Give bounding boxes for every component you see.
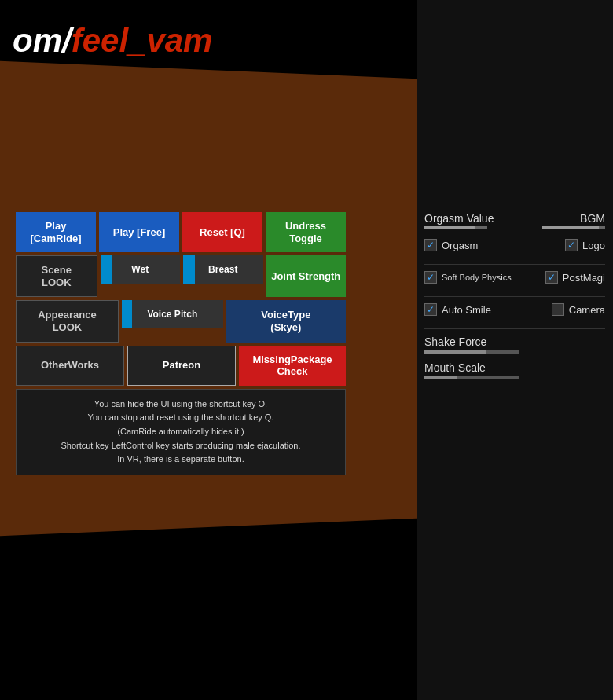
mouth-scale-slider[interactable] [424, 376, 519, 379]
auto-smile-checkbox[interactable] [424, 303, 437, 316]
breast-slider-fill [183, 255, 195, 284]
button-row-1: Play [CamRide] Play [Free] Reset [Q] Und… [16, 212, 346, 252]
scene-look-button[interactable]: Scene LOOK [16, 255, 97, 297]
post-magi-checkbox-row: PostMagi [545, 271, 605, 284]
wet-slider-fill [101, 255, 112, 284]
title-area: om/feel_vam [0, 16, 225, 66]
autosmile-camera-row: Auto Smile Camera [424, 303, 605, 321]
voice-pitch-slider-container[interactable]: Voice Pitch [122, 300, 223, 328]
divider-3 [424, 328, 605, 329]
mouth-scale-section: Mouth Scale [424, 361, 605, 379]
auto-smile-label: Auto Smile [442, 304, 491, 316]
wet-label: Wet [131, 264, 149, 275]
divider-2 [424, 296, 605, 297]
info-line-2: You can stop and reset using the shortcu… [24, 411, 337, 425]
voice-type-button[interactable]: VoiceType (Skye) [226, 300, 346, 342]
bgm-slider-fill [542, 226, 599, 229]
soft-body-checkbox[interactable] [424, 271, 437, 284]
orgasm-value-slider-fill [424, 226, 475, 229]
bgm-slider[interactable] [542, 226, 605, 229]
logo-checkbox-label: Logo [582, 240, 605, 251]
bgm-section: BGM [542, 212, 605, 229]
breast-slider-container[interactable]: Breast [183, 255, 263, 284]
camera-label: Camera [569, 304, 605, 316]
info-box: You can hide the UI using the shortcut k… [16, 389, 346, 475]
info-line-3: (CamRide automatically hides it.) [24, 425, 337, 439]
wet-slider-container[interactable]: Wet [101, 255, 181, 284]
play-free-button[interactable]: Play [Free] [99, 212, 179, 252]
right-panel-content: Orgasm Value BGM Orgasm Logo Soft Body P… [424, 212, 605, 387]
orgasm-checkbox-label: Orgasm [442, 240, 478, 251]
button-row-2: Scene LOOK Wet Breast Joint Strength [16, 255, 346, 297]
info-line-5: In VR, there is a separate button. [24, 453, 337, 467]
softbody-postmagi-row: Soft Body Physics PostMagi [424, 271, 605, 288]
shake-force-section: Shake Force [424, 335, 605, 354]
missing-package-button[interactable]: MissingPackage Check [239, 346, 346, 386]
orgasm-value-label: Orgasm Value [424, 212, 494, 225]
post-magi-checkbox[interactable] [545, 271, 558, 284]
joint-strength-button[interactable]: Joint Strength [266, 255, 347, 297]
orgasm-bgm-area: Orgasm Value BGM [424, 212, 605, 229]
orgasm-checkbox[interactable] [424, 239, 437, 251]
title-prefix: om/ [13, 22, 72, 59]
soft-body-label: Soft Body Physics [442, 273, 512, 282]
voice-pitch-label: Voice Pitch [147, 309, 197, 320]
button-row-4: OtherWorks Patreon MissingPackage Check [16, 346, 346, 386]
play-camride-button[interactable]: Play [CamRide] [16, 212, 96, 252]
camera-checkbox-row: Camera [552, 303, 605, 316]
appearance-look-button[interactable]: Appearance LOOK [16, 300, 119, 342]
breast-label: Breast [208, 264, 237, 275]
bgm-label: BGM [580, 212, 605, 225]
logo-checkbox[interactable] [565, 239, 578, 251]
post-magi-label: PostMagi [563, 272, 605, 284]
undress-toggle-button[interactable]: Undress Toggle [266, 212, 346, 252]
auto-smile-checkbox-row: Auto Smile [424, 303, 491, 316]
voice-pitch-slider-fill [122, 300, 132, 328]
orgasm-value-section: Orgasm Value [424, 212, 494, 229]
title-text: om/feel_vam [13, 22, 212, 59]
info-line-4: Shortcut key LeftControl key starts prod… [24, 439, 337, 453]
camera-checkbox[interactable] [552, 303, 564, 316]
orgasm-checkbox-row: Orgasm [424, 239, 478, 251]
main-ui-panel: Play [CamRide] Play [Free] Reset [Q] Und… [16, 212, 346, 475]
shake-force-slider-fill [424, 350, 486, 354]
title-name: feel_vam [72, 22, 213, 59]
logo-checkbox-row: Logo [565, 239, 605, 251]
mouth-scale-slider-fill [424, 376, 457, 379]
patreon-button[interactable]: Patreon [127, 346, 236, 386]
reset-button[interactable]: Reset [Q] [182, 212, 262, 252]
shake-force-label: Shake Force [424, 335, 605, 348]
shake-force-slider[interactable] [424, 350, 519, 354]
mouth-scale-label: Mouth Scale [424, 361, 605, 374]
soft-body-checkbox-row: Soft Body Physics [424, 271, 512, 284]
button-row-3: Appearance LOOK Voice Pitch VoiceType (S… [16, 300, 346, 342]
info-line-1: You can hide the UI using the shortcut k… [24, 398, 337, 412]
other-works-button[interactable]: OtherWorks [16, 346, 124, 386]
orgasm-logo-row: Orgasm Logo [424, 239, 605, 256]
divider-1 [424, 264, 605, 265]
orgasm-value-slider[interactable] [424, 226, 487, 229]
